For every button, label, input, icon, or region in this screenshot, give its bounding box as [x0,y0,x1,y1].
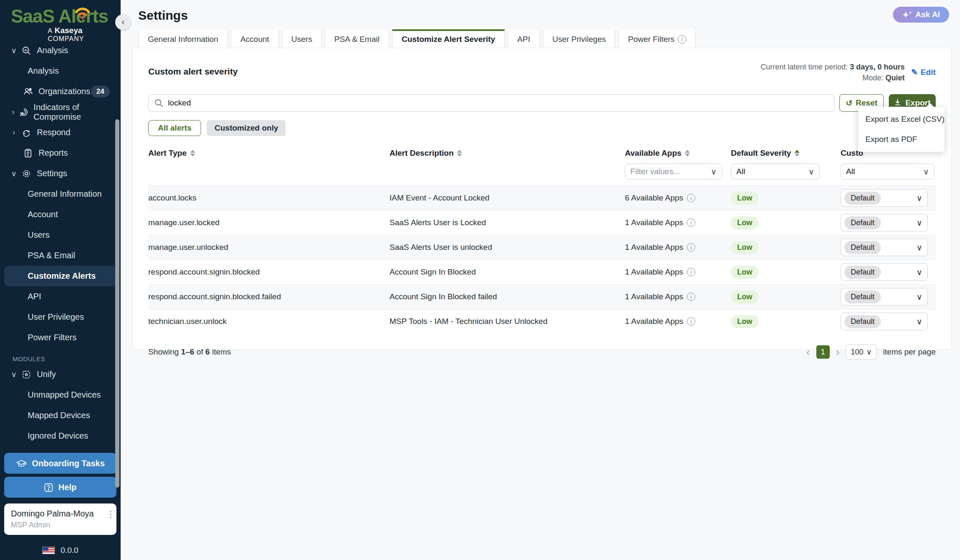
tab-general-information[interactable]: General Information [138,29,228,48]
sidebar-item-user-privileges[interactable]: User Privileges [4,307,116,327]
export-pdf-option[interactable]: Export as PDF [858,129,945,149]
export-excel-csv-option[interactable]: Export as Excel (CSV) [858,109,945,129]
sidebar-item-organizations[interactable]: Organizations 24 [4,81,116,102]
alert-type-cell: respond.account.signin.blocked [148,267,390,277]
sort-icon [685,150,690,157]
panel-heading: Custom alert severity [148,67,238,83]
help-button[interactable]: Help [4,477,116,498]
items-per-page-select[interactable]: 100 ∨ [846,344,877,360]
severity-badge: Low [731,266,759,279]
col-alert-type[interactable]: Alert Type [148,149,390,158]
available-apps-filter-select[interactable]: Filter values... ∨ [625,164,722,180]
custom-alert-severity-panel: Custom alert severity Current latent tim… [132,48,952,350]
sidebar-item-ignored-devices[interactable]: Ignored Devices [4,426,116,446]
chevron-down-icon: ∨ [8,169,19,178]
saas-alerts-logo: SaaS Alerts [11,6,108,27]
tab-api[interactable]: API [508,29,540,48]
table-row: manage.user.locked SaaS Alerts User is L… [148,210,936,235]
sidebar-item-general-information[interactable]: General Information [4,184,116,204]
pagination: ‹ 1 › 100 ∨ items per page [806,344,936,360]
info-icon[interactable]: i [687,317,695,326]
info-icon[interactable]: i [687,268,695,276]
sidebar-item-label: General Information [28,189,102,199]
tab-psa-email[interactable]: PSA & Email [325,29,389,48]
sort-icon-active-asc [795,150,800,157]
sidebar-item-customize-alerts[interactable]: Customize Alerts [4,266,116,286]
sidebar-item-label: Analysis [28,66,59,76]
chevron-down-icon: ∨ [8,46,19,55]
sidebar-item-analysis[interactable]: Analysis [4,61,116,81]
sidebar-item-analysis-group[interactable]: ∨ Analysis [4,40,116,61]
info-icon[interactable]: i [687,243,695,252]
tab-users[interactable]: Users [282,29,322,48]
chevron-down-icon: ∨ [8,370,19,379]
filter-all-alerts-button[interactable]: All alerts [148,120,201,136]
sidebar-item-power-filters[interactable]: Power Filters [4,327,116,348]
table-row: technician.user.unlock MSP Tools - IAM -… [148,309,936,334]
sidebar-item-users[interactable]: Users [4,225,116,245]
gear-icon [19,169,34,179]
custom-severity-select[interactable]: Default∨ [841,189,928,207]
tab-customize-alert-severity[interactable]: Customize Alert Severity [392,29,505,48]
col-available-apps[interactable]: Available Apps [625,149,731,158]
sidebar-nav: ∨ Analysis Analysis Organizations 24 [0,40,121,446]
chevron-down-icon: ∨ [916,317,922,326]
ask-ai-button[interactable]: ✦˚ Ask AI [893,7,949,23]
sidebar-item-label: PSA & Email [28,251,75,260]
custom-severity-select[interactable]: Default∨ [841,313,928,330]
tab-power-filters[interactable]: Power Filters i [618,29,696,48]
sidebar-item-settings-group[interactable]: ∨ Settings [4,163,116,184]
us-flag-icon [42,547,55,554]
custom-severity-select[interactable]: Default∨ [841,263,928,281]
sidebar-item-mapped-devices[interactable]: Mapped Devices [4,405,116,426]
sidebar-item-label: Unmapped Devices [28,390,101,400]
search-input[interactable] [148,94,834,112]
col-alert-description[interactable]: Alert Description [390,149,625,158]
onboarding-tasks-button[interactable]: Onboarding Tasks [4,453,116,474]
default-severity-filter-select[interactable]: All ∨ [731,164,820,180]
col-default-severity[interactable]: Default Severity [731,149,841,158]
chevron-down-icon: ∨ [916,292,922,302]
graduation-cap-icon [16,458,27,468]
sidebar-item-indicators-of-compromise[interactable]: › Indicators of Compromise [4,102,116,122]
latent-period-value: 3 days, 0 hours [850,63,905,71]
alert-type-cell: technician.user.unlock [148,317,390,326]
customized-severity-filter-select[interactable]: All ∨ [841,164,934,180]
info-icon[interactable]: i [687,218,695,227]
sidebar-item-label: Reports [39,148,68,158]
severity-badge: Low [731,241,759,254]
prev-page-button[interactable]: ‹ [806,347,810,357]
next-page-button[interactable]: › [836,347,840,357]
sort-icon [190,150,195,157]
onboarding-tasks-label: Onboarding Tasks [32,459,105,468]
user-menu-kebab-icon[interactable] [110,509,111,519]
user-name: Domingo Palma-Moya [11,509,110,519]
sidebar-item-respond[interactable]: › Respond [4,122,116,143]
sidebar-item-api[interactable]: API [4,286,116,307]
sidebar-item-unify-group[interactable]: ∨ Unify [4,364,116,385]
sidebar-item-label: API [28,292,41,301]
custom-severity-select[interactable]: Default∨ [841,288,928,306]
mode-value: Quiet [885,74,905,82]
tab-account[interactable]: Account [231,29,279,48]
sidebar-item-reports[interactable]: Reports [4,143,116,163]
sidebar-item-label: Analysis [37,46,68,55]
sidebar-item-label: Power Filters [28,333,77,342]
sidebar-item-account[interactable]: Account [4,204,116,225]
info-icon[interactable]: i [687,293,695,301]
sidebar-scrollbar[interactable] [115,119,119,488]
sidebar-collapse-button[interactable]: ‹ [115,14,131,30]
sidebar-item-unmapped-devices[interactable]: Unmapped Devices [4,385,116,405]
sidebar-item-psa-email[interactable]: PSA & Email [4,245,116,266]
sidebar-item-label: Ignored Devices [28,431,88,441]
info-icon[interactable]: i [687,194,695,202]
custom-severity-select[interactable]: Default∨ [841,239,928,256]
sidebar-item-label: Indicators of Compromise [34,103,116,122]
edit-button[interactable]: ✎ Edit [911,67,936,77]
table-row: respond.account.signin.blocked.failed Ac… [148,284,936,309]
custom-severity-select[interactable]: Default∨ [841,214,928,231]
tab-user-privileges[interactable]: User Privileges [543,29,616,48]
user-card[interactable]: Domingo Palma-Moya MSP Admin [4,503,116,535]
filter-customized-only-button[interactable]: Customized only [207,120,286,136]
page-number-button[interactable]: 1 [816,345,830,359]
